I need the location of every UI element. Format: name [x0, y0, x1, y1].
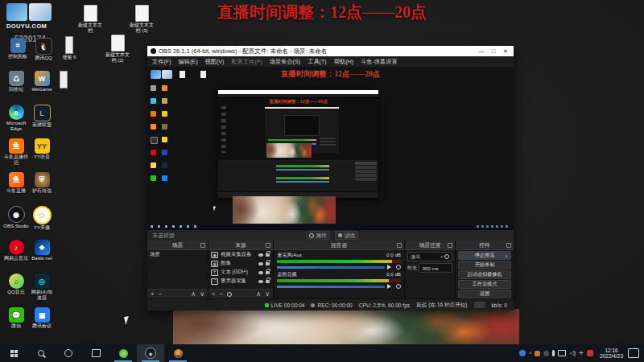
filters-button[interactable]: 滤镜 — [335, 231, 358, 240]
desktop-volume-slider[interactable] — [277, 286, 385, 288]
taskbar-app-wegame[interactable] — [109, 344, 137, 362]
taskbar-app-chrome[interactable]: G — [164, 344, 192, 362]
speaker-icon[interactable] — [387, 284, 394, 289]
scene-item[interactable]: 场景 — [147, 250, 208, 259]
display-icon[interactable] — [558, 350, 566, 356]
visibility-icon[interactable] — [258, 280, 263, 283]
properties-button[interactable]: 属性 — [306, 231, 330, 240]
remove-source-button[interactable]: − — [220, 290, 224, 298]
desktop-icon-netease-music[interactable]: ♪网易云音乐 — [3, 240, 29, 274]
sticky-note-icon — [65, 36, 73, 54]
desktop-icon-uu-booster[interactable]: ◎网易UU加速器 — [29, 274, 55, 307]
scene-up-button[interactable]: ∧ — [191, 290, 196, 298]
menu-tools[interactable]: 工具(T) — [308, 58, 327, 66]
desktop-icon-douyu-live[interactable]: 鱼斗鱼直播 — [3, 172, 29, 206]
add-scene-button[interactable]: + — [151, 290, 155, 298]
search-icon — [38, 350, 44, 356]
close-button[interactable]: ✕ — [501, 48, 510, 55]
transition-settings-icon[interactable] — [444, 254, 449, 259]
desktop-icon-lol[interactable]: L英雄联盟 — [29, 105, 55, 138]
source-row[interactable]: ▣视频采集设备 — [208, 250, 273, 259]
desktop-icon-yy-broadcast[interactable]: OYY开播 — [29, 206, 55, 240]
desktop-icon-tencent-meeting[interactable]: ▣腾讯会议 — [29, 307, 55, 341]
speaker-icon[interactable] — [387, 265, 394, 269]
start-recording-button[interactable]: 开始录制 — [458, 261, 511, 269]
minimize-button[interactable]: — — [477, 48, 486, 54]
desktop-icon-battlenet[interactable]: ❖Battle.net — [29, 240, 55, 274]
menu-file[interactable]: 文件(F) — [152, 58, 171, 66]
microphone-icon[interactable] — [552, 350, 555, 356]
desktop-settings-icon[interactable] — [396, 284, 401, 289]
menu-edit[interactable]: 编辑(E) — [179, 58, 198, 66]
desktop-icon-qq[interactable]: 🐧 腾讯QQ — [31, 38, 56, 61]
lock-icon[interactable] — [266, 253, 270, 257]
desktop-icon-new-text-doc[interactable]: 新建文本文档 — [77, 5, 103, 34]
studio-mode-button[interactable]: 工作室模式 — [458, 280, 511, 289]
camera-icon: ▣ — [211, 252, 218, 258]
task-view-button[interactable] — [82, 344, 109, 362]
notebook-icon[interactable] — [60, 71, 68, 88]
visibility-icon[interactable] — [258, 271, 263, 274]
stop-streaming-button[interactable]: 停止推流∨ — [458, 251, 511, 260]
desktop-icon-edge[interactable]: eMicrosoft Edge — [3, 105, 29, 138]
start-virtual-camera-button[interactable]: 启动虚拟摄像机 — [458, 270, 511, 279]
lock-icon[interactable] — [266, 280, 270, 283]
menu-profile[interactable]: 配置文件(P) — [232, 58, 262, 66]
mixer-channel-mic: 麦克风/Aux0.0 dB — [274, 250, 404, 269]
desktop-icon-recycle-bin[interactable]: ♺回收站 — [3, 71, 29, 105]
taskbar-clock[interactable]: 12:16 2022/4/23 — [600, 348, 623, 360]
start-button[interactable] — [0, 344, 27, 362]
sources-panel: 来源 ▣视频采集设备 ▦图像 T文本 (GDI+) 🖵显示器采集 + − ∧ ∨ — [208, 241, 273, 298]
source-settings-icon[interactable] — [227, 292, 232, 297]
desktop-icon-sticky-note[interactable]: 便签 6 — [56, 36, 82, 60]
transition-select[interactable]: 淡出▾ — [407, 252, 452, 261]
desktop-icon-control-panel[interactable]: ⌗ 控制面板 — [5, 38, 31, 60]
desktop-icon-hearthstone[interactable]: ⛨炉石传说 — [29, 172, 55, 206]
source-row[interactable]: T文本 (GDI+) — [208, 268, 273, 277]
desktop-icon-wechat[interactable]: 💬微信 — [3, 307, 29, 341]
settings-button[interactable]: 设置 — [458, 290, 511, 298]
tray-red-icon[interactable] — [587, 350, 593, 356]
cortana-button[interactable] — [55, 344, 82, 362]
desktop-icon-obs[interactable]: ◉OBS Studio — [3, 206, 29, 240]
visibility-icon[interactable] — [258, 253, 263, 257]
duration-input[interactable]: 300 ms — [419, 263, 452, 273]
scene-down-button[interactable]: ∨ — [200, 290, 204, 298]
tray-blue-icon[interactable] — [519, 350, 526, 356]
desktop-icon-new-text-doc-3[interactable]: 新建文本文档 (3) — [129, 5, 155, 34]
network-icon[interactable]: ✛ — [579, 350, 584, 356]
source-up-button[interactable]: ∧ — [256, 290, 261, 298]
bitrate-status: kb/s: 0 — [492, 302, 507, 308]
mic-settings-icon[interactable] — [396, 265, 401, 269]
remove-scene-button[interactable]: − — [159, 290, 163, 298]
desktop-icon-douyu-companion[interactable]: 鱼斗鱼直播伴侣 — [3, 138, 29, 172]
taskbar-app-obs[interactable]: ◉ — [137, 344, 164, 362]
obs-preview[interactable]: 直播时间调整：12点——20点 直播时间调整：12点——20点 — [147, 68, 514, 229]
lock-icon[interactable] — [266, 271, 270, 274]
desktop-icon-new-text-doc-2[interactable]: 新建文本文档 (2) — [105, 35, 130, 64]
source-row[interactable]: 🖵显示器采集 — [208, 277, 273, 286]
menu-scene-collection[interactable]: 场景集合(S) — [270, 58, 300, 66]
notification-center-icon[interactable] — [628, 348, 639, 358]
search-button[interactable] — [27, 344, 55, 362]
desktop-icon-qq-music[interactable]: ♫QQ音乐 — [3, 274, 29, 307]
desktop-icon-wegame[interactable]: WWeGame — [29, 71, 55, 105]
lock-icon[interactable] — [266, 262, 270, 265]
add-source-button[interactable]: + — [212, 290, 216, 298]
maximize-button[interactable]: □ — [489, 48, 498, 54]
volume-icon[interactable]: ◁) — [569, 350, 576, 356]
douyu-companion-icon: 鱼 — [9, 138, 24, 154]
menu-douyu-danmaku[interactable]: 斗鱼-弹幕设置 — [361, 58, 398, 66]
mic-volume-slider[interactable] — [277, 266, 385, 269]
source-row[interactable]: ▦图像 — [208, 259, 273, 268]
tray-gray-icon[interactable] — [543, 351, 549, 356]
sources-toolbar: + − ∧ ∨ — [208, 289, 273, 298]
source-down-button[interactable]: ∨ — [265, 290, 270, 298]
tray-expand-icon[interactable]: ^ — [529, 351, 531, 356]
obs-titlebar[interactable]: OBS 26.1.1 (64-bit, windows) - 配置文件: 未命名… — [147, 46, 514, 56]
menu-help[interactable]: 帮助(H) — [334, 58, 353, 66]
visibility-icon[interactable] — [258, 262, 263, 265]
desktop-icon-yy-voice[interactable]: YYYY语音 — [29, 138, 55, 172]
menu-view[interactable]: 视图(V) — [205, 58, 225, 66]
tray-orange-icon[interactable] — [535, 351, 540, 356]
